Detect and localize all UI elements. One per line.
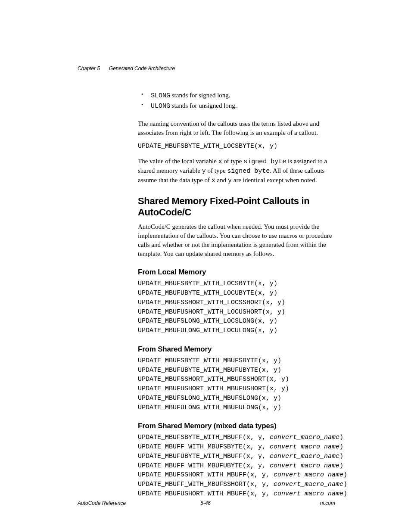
paragraph: The naming convention of the callouts us… (138, 119, 335, 137)
code-inline: signed byte (243, 158, 286, 165)
section-heading: Shared Memory Fixed-Point Callouts in Au… (138, 196, 335, 218)
paragraph: AutoCode/C generates the callout when ne… (138, 222, 335, 258)
code-inline: signed byte (227, 168, 270, 175)
subsection-heading: From Local Memory (138, 268, 335, 277)
code-inline: x (218, 158, 222, 165)
code-inline: x (212, 177, 215, 184)
text-run: of type (222, 158, 244, 165)
subsection-heading: From Shared Memory (mixed data types) (138, 422, 335, 430)
text-run: The value of the local variable (138, 158, 218, 165)
list-item: SLONG stands for signed long. (138, 90, 335, 101)
text-run: of type (206, 167, 227, 174)
content-body: SLONG stands for signed long. ULONG stan… (138, 90, 335, 499)
list-item: ULONG stands for unsigned long. (138, 101, 335, 111)
list-text: stands for signed long. (170, 92, 230, 99)
paragraph: The value of the local variable x of typ… (138, 157, 335, 185)
footer-page-number: 5-46 (200, 500, 211, 506)
text-run: are identical except when noted. (232, 177, 317, 184)
page-footer: AutoCode Reference 5-46 ni.com (0, 500, 411, 506)
code-term: SLONG (151, 92, 170, 100)
footer-right: ni.com (320, 500, 335, 506)
code-term: ULONG (151, 103, 170, 110)
text-run: and (215, 177, 228, 184)
code-inline: y (202, 168, 206, 175)
chapter-title: Generated Code Architecture (109, 65, 175, 72)
code-block: UPDATE_MBUFSBYTE_WITH_MBUFSBYTE(x, y) UP… (138, 356, 335, 413)
running-header: Chapter 5 Generated Code Architecture (78, 65, 335, 72)
code-block: UPDATE_MBUFSBYTE_WITH_LOCSBYTE(x, y) UPD… (138, 279, 335, 336)
bullet-list: SLONG stands for signed long. ULONG stan… (138, 90, 335, 112)
code-inline: y (228, 177, 232, 184)
subsection-heading: From Shared Memory (138, 345, 335, 354)
page: Chapter 5 Generated Code Architecture SL… (0, 0, 411, 499)
footer-left: AutoCode Reference (78, 500, 126, 506)
code-block: UPDATE_MBUFSBYTE_WITH_LOCSBYTE(x, y) (138, 142, 335, 151)
code-block-mixed: UPDATE_MBUFSBYTE_WITH_MBUFF(x, y, conver… (138, 433, 335, 498)
chapter-number: Chapter 5 (78, 65, 100, 72)
list-text: stands for unsigned long. (170, 102, 237, 109)
